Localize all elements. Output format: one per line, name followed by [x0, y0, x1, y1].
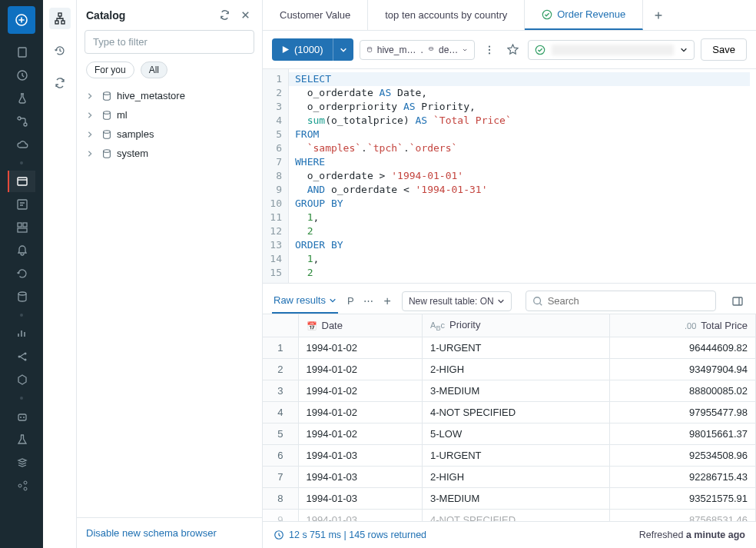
flow-icon: [16, 115, 28, 128]
results-tab-raw[interactable]: Raw results: [272, 288, 338, 314]
results-more-button[interactable]: ⋯: [363, 295, 373, 307]
table-row[interactable]: 71994-01-032-HIGH92286715.43: [263, 467, 756, 488]
toggle-side-panel-button[interactable]: [728, 292, 747, 311]
more-options-button[interactable]: [481, 42, 498, 58]
tree-item-label: hive_metastore: [117, 90, 185, 101]
run-button[interactable]: (1000): [272, 38, 333, 61]
col-priority[interactable]: ABcPriority: [423, 314, 610, 337]
check-circle-icon: [542, 9, 552, 20]
rail-item-alerts[interactable]: [8, 240, 35, 261]
tag-all[interactable]: All: [141, 61, 167, 78]
compute-name-redacted: [552, 45, 675, 55]
chevron-down-icon: [340, 46, 347, 54]
plus-circle-icon: [15, 14, 28, 26]
col-total[interactable]: .00Total Price: [609, 314, 755, 337]
text-type-icon: ABc: [430, 320, 445, 330]
tree-item-ml[interactable]: ml: [80, 105, 259, 125]
rail-item-workspace[interactable]: [8, 42, 35, 63]
new-result-table-toggle[interactable]: New result table: ON: [402, 291, 512, 311]
favorite самостоятельно-button[interactable]: [504, 41, 522, 58]
cell-total: 93521575.91: [609, 488, 755, 510]
rail-item-dashboards[interactable]: [8, 217, 35, 238]
svg-point-25: [104, 130, 111, 133]
chevron-right-icon: [86, 131, 97, 138]
rail-item-queries[interactable]: [8, 194, 35, 215]
secondary-nav: [43, 0, 77, 548]
cell-priority: 1-URGENT: [423, 337, 610, 359]
rail-item-models[interactable]: [8, 452, 35, 473]
add-tab-button[interactable]: [643, 0, 674, 30]
svg-point-19: [24, 487, 27, 490]
table-row[interactable]: 21994-01-022-HIGH93497904.94: [263, 359, 756, 380]
results-table: 📅Date ABcPriority .00Total Price 11994-0…: [263, 314, 756, 521]
rail-item-sql-editor[interactable]: [8, 171, 35, 192]
code-area[interactable]: SELECT o_orderdate AS Date, o_orderprior…: [289, 69, 756, 283]
table-row[interactable]: 31994-01-023-MEDIUM88800085.02: [263, 380, 756, 402]
add-result-tab-button[interactable]: +: [381, 294, 394, 308]
calendar-icon: 📅: [307, 321, 317, 330]
cell-priority: 4-NOT SPECIFIED: [423, 510, 610, 521]
new-button[interactable]: [8, 6, 35, 34]
cell-rownum: 6: [263, 445, 298, 467]
rail-item-marketplace[interactable]: [8, 475, 35, 497]
chevron-right-icon: [86, 150, 97, 158]
cell-rownum: 9: [263, 510, 298, 521]
nav2-history[interactable]: [49, 40, 71, 61]
nav2-catalog[interactable]: [49, 8, 71, 29]
catalog-tree: hive_metastoremlsamplessystem: [77, 86, 262, 517]
share-icon: [16, 480, 28, 492]
run-dropdown[interactable]: [333, 38, 353, 61]
tab-label: Order Revenue: [557, 8, 625, 20]
tree-item-samples[interactable]: samples: [80, 125, 259, 144]
table-row[interactable]: 11994-01-021-URGENT96444609.82: [263, 337, 756, 359]
tab-top-ten-accounts[interactable]: top ten accounts by country: [368, 0, 525, 30]
sql-editor[interactable]: 123456789101112131415 SELECT o_orderdate…: [263, 68, 756, 284]
tree-item-hive_metastore[interactable]: hive_metastore: [80, 86, 259, 105]
queries-icon: [16, 198, 28, 211]
catalog-panel: Catalog For you All hive_metastoremlsamp…: [77, 0, 263, 548]
rail-item-serving[interactable]: [8, 406, 35, 427]
tab-customer-value[interactable]: Customer Value: [263, 0, 368, 30]
table-row[interactable]: 61994-01-031-URGENT92534508.96: [263, 445, 756, 467]
refresh-icon: [219, 9, 230, 21]
save-button[interactable]: Save: [701, 38, 747, 61]
results-tab-label: Raw results: [274, 294, 326, 306]
tag-for-you[interactable]: For you: [86, 61, 134, 78]
catalog-selector[interactable]: hive_m… . de…: [360, 40, 475, 60]
rail-item-data[interactable]: [8, 88, 35, 109]
rail-item-recents[interactable]: [8, 65, 35, 86]
play-icon: [281, 45, 290, 54]
disable-schema-browser-link[interactable]: Disable new schema browser: [86, 527, 217, 539]
bell-icon: [16, 244, 28, 257]
rail-item-history[interactable]: [8, 263, 35, 284]
table-row[interactable]: 51994-01-025-LOW98015661.37: [263, 423, 756, 445]
table-row[interactable]: 41994-01-024-NOT SPECIFIED97955477.98: [263, 402, 756, 423]
tab-order-revenue[interactable]: Order Revenue: [525, 0, 643, 30]
rail-item-warehouses[interactable]: [8, 286, 35, 307]
rail-item-cloud[interactable]: [8, 134, 35, 155]
rail-divider: [20, 161, 23, 164]
results-tab-p[interactable]: P: [346, 289, 356, 313]
tree-item-system[interactable]: system: [80, 144, 259, 163]
rail-item-workflows[interactable]: [8, 111, 35, 132]
refresh-catalog-button[interactable]: [217, 8, 232, 22]
rail-item-experiments[interactable]: [8, 429, 35, 450]
rail-item-ml[interactable]: [8, 346, 35, 367]
compute-selector[interactable]: [528, 40, 695, 60]
results-search-input[interactable]: [548, 295, 709, 307]
catalog-filter-input[interactable]: [85, 30, 254, 54]
tree-item-label: samples: [117, 128, 154, 140]
results-table-wrap[interactable]: 📅Date ABcPriority .00Total Price 11994-0…: [263, 314, 756, 521]
close-catalog-button[interactable]: [238, 8, 253, 22]
col-date[interactable]: 📅Date: [298, 314, 423, 337]
cell-total: 92286715.43: [609, 467, 755, 488]
chevron-right-icon: [86, 111, 97, 119]
table-row[interactable]: 91994-01-034-NOT SPECIFIED87568531.46: [263, 510, 756, 521]
nav2-refresh[interactable]: [49, 72, 71, 94]
chevron-down-icon: [680, 46, 688, 54]
col-rownum[interactable]: [263, 314, 298, 337]
cell-date: 1994-01-02: [298, 423, 423, 445]
rail-item-features[interactable]: [8, 369, 35, 390]
table-row[interactable]: 81994-01-033-MEDIUM93521575.91: [263, 488, 756, 510]
rail-item-ingest[interactable]: [8, 323, 35, 344]
